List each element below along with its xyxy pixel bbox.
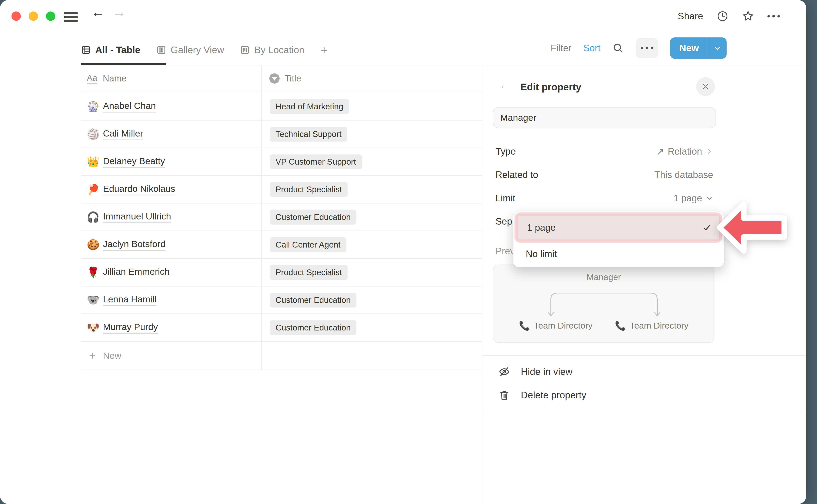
tab-gallery-view-label: Gallery View — [171, 44, 224, 56]
tab-by-location[interactable]: By Location — [240, 44, 304, 56]
dropdown-option-1-page[interactable]: 1 page — [516, 214, 720, 241]
delete-property-button[interactable]: Delete property — [498, 384, 586, 406]
traffic-light-minimize-button[interactable] — [29, 11, 38, 21]
name-cell[interactable]: 🏓 Eduardo Nikolaus — [81, 176, 261, 203]
phone-icon: 📞 — [615, 320, 626, 331]
row-emoji-icon: 🏐 — [87, 128, 98, 140]
title-tag: Technical Support — [270, 127, 347, 142]
title-cell[interactable]: Customer Education — [261, 286, 482, 313]
related-to-value: This database — [655, 169, 713, 180]
search-icon[interactable] — [612, 42, 624, 54]
panel-section-divider — [482, 355, 806, 356]
page-link[interactable]: Eduardo Nikolaus — [103, 184, 175, 195]
table-row[interactable]: 🎡 Anabel Chan Head of Marketing — [81, 93, 482, 121]
delete-property-label: Delete property — [521, 390, 586, 401]
name-cell[interactable]: 🌹 Jillian Emmerich — [81, 259, 261, 286]
table-row[interactable]: 🎧 Immanuel Ullrich Customer Education — [81, 204, 482, 231]
title-cell[interactable]: Product Specialist — [261, 176, 482, 203]
filter-button[interactable]: Filter — [551, 43, 572, 53]
page-link[interactable]: Cali Miller — [103, 128, 143, 140]
title-cell[interactable]: Head of Marketing — [261, 93, 482, 120]
title-cell[interactable]: Customer Education — [261, 204, 482, 231]
sidebar-menu-icon[interactable] — [64, 12, 78, 22]
table-row[interactable]: 👑 Delaney Beatty VP Customer Support — [81, 148, 482, 176]
column-header-name[interactable]: Aa Name — [81, 73, 261, 84]
page-link[interactable]: Jaclyn Botsford — [103, 239, 165, 251]
plus-icon: + — [87, 349, 98, 362]
title-cell[interactable]: Customer Education — [261, 314, 482, 341]
limit-value: 1 page — [673, 193, 702, 204]
share-button[interactable]: Share — [678, 11, 703, 22]
relation-arrow-icon: ↗ — [657, 146, 665, 157]
related-to-label: Related to — [496, 169, 538, 180]
page-link[interactable]: Delaney Beatty — [103, 156, 165, 168]
add-view-plus-icon[interactable]: + — [320, 43, 328, 57]
separate-label-truncated: Sep — [496, 216, 512, 227]
traffic-light-close-button[interactable] — [11, 11, 21, 21]
name-cell[interactable]: 🍪 Jaclyn Botsford — [81, 231, 261, 258]
dropdown-option-no-limit[interactable]: No limit — [516, 243, 720, 265]
new-button-chevron-down-icon[interactable] — [708, 37, 727, 59]
name-cell[interactable]: 🏐 Cali Miller — [81, 121, 261, 148]
traffic-light-zoom-button[interactable] — [46, 11, 55, 21]
title-cell[interactable]: Call Center Agent — [261, 231, 482, 258]
page-link[interactable]: Immanuel Ullrich — [103, 211, 171, 223]
forward-arrow-icon[interactable]: → — [112, 5, 126, 19]
limit-dropdown-menu: 1 page No limit — [513, 211, 724, 267]
table-row[interactable]: 🍪 Jaclyn Botsford Call Center Agent — [81, 231, 482, 259]
back-arrow-icon[interactable]: ← — [91, 5, 105, 19]
app-window: ← → Share All - Table — [0, 0, 806, 504]
title-cell[interactable]: Technical Support — [261, 121, 482, 148]
panel-close-icon[interactable] — [696, 77, 715, 96]
view-options-ellipsis-button[interactable] — [636, 38, 658, 58]
table-row[interactable]: 🏐 Cali Miller Technical Support — [81, 121, 482, 148]
tab-all-table[interactable]: All - Table — [81, 44, 140, 56]
trash-icon — [498, 389, 510, 401]
panel-title: Edit property — [521, 81, 581, 93]
page-link[interactable]: Murray Purdy — [103, 322, 158, 334]
title-tag: Customer Education — [270, 293, 356, 308]
title-cell[interactable]: VP Customer Support — [261, 148, 482, 175]
name-cell[interactable]: 🎡 Anabel Chan — [81, 93, 261, 120]
more-options-icon[interactable] — [767, 10, 780, 22]
table-header: Aa Name Title — [81, 65, 482, 92]
table-row[interactable]: 🌹 Jillian Emmerich Product Specialist — [81, 259, 482, 286]
chevron-right-icon — [706, 148, 713, 155]
row-emoji-icon: 🐨 — [87, 294, 98, 306]
name-cell[interactable]: 🎧 Immanuel Ullrich — [81, 204, 261, 231]
row-emoji-icon: 🐶 — [87, 322, 98, 334]
table-row[interactable]: 🐶 Murray Purdy Customer Education — [81, 314, 482, 342]
table-row[interactable]: 🐨 Lenna Hamill Customer Education — [81, 286, 482, 314]
new-row-button[interactable]: + New — [81, 342, 482, 370]
property-row-limit[interactable]: Limit 1 page — [496, 187, 713, 210]
name-cell[interactable]: 🐨 Lenna Hamill — [81, 286, 261, 313]
board-view-icon — [240, 45, 250, 55]
property-row-related-to[interactable]: Related to This database — [496, 163, 713, 187]
sort-button[interactable]: Sort — [583, 43, 601, 53]
tab-by-location-label: By Location — [254, 44, 304, 56]
new-button[interactable]: New — [670, 37, 727, 59]
table-row[interactable]: 🏓 Eduardo Nikolaus Product Specialist — [81, 176, 482, 204]
page-link[interactable]: Jillian Emmerich — [103, 266, 170, 278]
tab-all-table-label: All - Table — [95, 44, 140, 56]
title-cell[interactable]: Product Specialist — [261, 259, 482, 286]
updates-clock-icon[interactable] — [716, 10, 729, 22]
tab-gallery-view[interactable]: Gallery View — [156, 44, 224, 56]
title-tag: Customer Education — [270, 320, 356, 335]
name-cell[interactable]: 👑 Delaney Beatty — [81, 148, 261, 175]
type-value: Relation — [668, 146, 702, 157]
page-link[interactable]: Lenna Hamill — [103, 294, 156, 306]
hide-in-view-button[interactable]: Hide in view — [498, 361, 573, 382]
title-tag: Product Specialist — [270, 182, 348, 197]
favorite-star-icon[interactable] — [742, 10, 754, 22]
panel-back-arrow-icon[interactable]: ← — [500, 79, 511, 91]
page-link[interactable]: Anabel Chan — [103, 101, 156, 112]
property-name-input[interactable] — [493, 107, 716, 128]
property-row-type[interactable]: Type ↗ Relation — [496, 140, 713, 163]
name-cell[interactable]: 🐶 Murray Purdy — [81, 314, 261, 341]
new-button-label[interactable]: New — [670, 37, 708, 59]
limit-label: Limit — [496, 193, 515, 204]
option-1-page-label: 1 page — [527, 222, 556, 233]
new-row-label: New — [103, 350, 121, 361]
column-header-title[interactable]: Title — [261, 73, 482, 84]
